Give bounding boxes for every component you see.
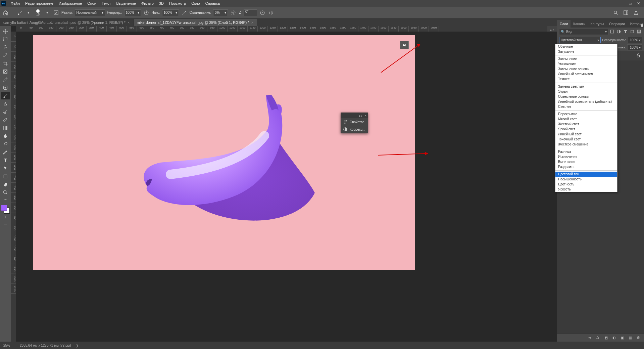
healing-brush-tool-icon[interactable] <box>1 84 10 91</box>
hand-tool-icon[interactable] <box>1 181 10 188</box>
menu-filter[interactable]: Фильтр <box>139 1 156 5</box>
close-icon[interactable]: × <box>364 114 366 118</box>
canvas-area[interactable]: AI <box>16 32 557 342</box>
blend-mode-option[interactable]: Жесткий свет <box>555 122 617 127</box>
blend-mode-option[interactable]: Точечный свет <box>555 137 617 142</box>
pressure-size-icon[interactable] <box>259 9 266 16</box>
shape-tool-icon[interactable] <box>1 173 10 180</box>
quick-mask-icon[interactable] <box>2 214 9 220</box>
magic-wand-tool-icon[interactable] <box>1 52 10 59</box>
angle-input[interactable]: 0° <box>244 9 257 16</box>
dodge-tool-icon[interactable] <box>1 140 10 148</box>
blend-mode-option[interactable]: Экран <box>555 89 617 94</box>
link-layers-icon[interactable]: ⇔ <box>588 336 593 340</box>
blend-mode-option[interactable]: Яркий свет <box>555 127 617 132</box>
filter-shape-icon[interactable] <box>630 29 635 35</box>
blend-mode-option[interactable]: Линейный осветлитель (добавить) <box>555 99 617 104</box>
opacity-input[interactable]: 100%▾ <box>627 37 642 43</box>
blend-mode-option[interactable]: Осветление основы <box>555 94 617 99</box>
flow-input[interactable]: 100%▾ <box>162 9 179 16</box>
adjustment-layer-icon[interactable]: ◐ <box>612 336 617 340</box>
pen-tool-icon[interactable] <box>1 148 10 156</box>
menu-select[interactable]: Выделение <box>114 1 139 5</box>
blend-mode-option[interactable]: Разделить <box>555 164 617 169</box>
symmetry-icon[interactable] <box>268 9 275 16</box>
filter-type-icon[interactable] <box>623 29 629 35</box>
menu-layers[interactable]: Слои <box>85 1 99 5</box>
minimize-icon[interactable]: — <box>620 1 625 6</box>
blend-mode-dropdown[interactable]: ОбычныеЗатуханиеЗатемнениеУмножениеЗатем… <box>555 44 617 192</box>
crop-tool-icon[interactable] <box>1 60 10 67</box>
brush-preset[interactable]: 15 <box>34 9 42 17</box>
blend-mode-select[interactable]: Цветовой тон ▾ <box>559 37 601 43</box>
blend-mode-option[interactable]: Цветовой тон <box>555 172 617 177</box>
blend-mode-option[interactable]: Разница <box>555 149 617 154</box>
fill-input[interactable]: 100%▾ <box>627 44 642 50</box>
blend-mode-option[interactable]: Затемнение основы <box>555 67 617 72</box>
filter-smart-icon[interactable] <box>637 29 642 35</box>
layer-mask-icon[interactable]: ◩ <box>604 336 609 340</box>
edit-toolbar-icon[interactable]: ⋯ <box>2 197 9 202</box>
menu-window[interactable]: Окно <box>189 1 203 5</box>
blend-mode-option[interactable]: Линейный свет <box>555 132 617 137</box>
blend-mode-option[interactable]: Жесткое смешение <box>555 142 617 147</box>
maximize-icon[interactable]: ▭ <box>628 1 633 6</box>
foreground-color[interactable] <box>1 205 7 211</box>
blend-mode-select[interactable]: Нормальный▾ <box>75 9 105 16</box>
search-icon[interactable] <box>612 9 619 16</box>
menu-view[interactable]: Просмотр <box>166 1 189 5</box>
color-swatches[interactable] <box>1 205 10 214</box>
brush-tool-icon[interactable] <box>1 92 10 99</box>
opacity-input[interactable]: 100%▾ <box>124 9 141 16</box>
eraser-tool-icon[interactable] <box>1 116 10 124</box>
menu-file[interactable]: Файл <box>8 1 22 5</box>
blend-mode-option[interactable]: Темнее <box>555 77 617 82</box>
tab-layers[interactable]: Слои <box>557 20 571 28</box>
new-layer-icon[interactable]: ▦ <box>629 336 633 340</box>
type-tool-icon[interactable] <box>1 157 10 164</box>
close-icon[interactable]: ✕ <box>636 1 641 6</box>
panel-header[interactable]: ▸▸ × <box>341 113 368 118</box>
move-tool-icon[interactable] <box>1 28 10 35</box>
path-selection-tool-icon[interactable] <box>1 165 10 172</box>
group-icon[interactable]: ▣ <box>621 336 625 340</box>
menu-type[interactable]: Текст <box>99 1 114 5</box>
tab-actions[interactable]: Операции <box>606 20 628 28</box>
blend-mode-option[interactable]: Замена светлым <box>555 84 617 89</box>
document-info[interactable]: 2055.64 мм x 1270.71 мм (72 ppi) <box>20 344 71 347</box>
adjustments-tab[interactable]: Коррекц... <box>341 126 368 133</box>
close-icon[interactable]: × <box>128 20 130 25</box>
workspace-icon[interactable] <box>623 9 629 16</box>
blend-mode-option[interactable]: Затухание <box>555 49 617 54</box>
properties-tab[interactable]: Свойства <box>341 118 368 126</box>
chevron-right-icon[interactable]: ❯ <box>76 344 79 347</box>
collapse-icon[interactable]: ▸▸ <box>359 114 362 118</box>
filter-adjustment-icon[interactable] <box>616 29 622 35</box>
menu-edit[interactable]: Редактирование <box>22 1 56 5</box>
chevron-down-icon[interactable]: ▾ <box>44 9 51 16</box>
brush-tool-icon[interactable] <box>16 9 23 16</box>
blend-mode-option[interactable]: Затемнение <box>555 56 617 61</box>
ruler-horizontal[interactable]: 0501001502002503003504004505005506006507… <box>16 26 557 32</box>
pressure-opacity-icon[interactable] <box>143 9 150 16</box>
delete-icon[interactable]: 🗑 <box>637 336 641 340</box>
blend-mode-option[interactable]: Яркость <box>555 187 617 192</box>
marquee-tool-icon[interactable] <box>1 36 10 43</box>
zoom-tool-icon[interactable] <box>1 189 10 196</box>
document-tab-2[interactable]: mike-dorner-sf_1ZDA1YFw-unsplash.jpg @ 2… <box>134 19 257 26</box>
gear-icon[interactable] <box>230 9 237 16</box>
chevron-down-icon[interactable]: ▾ <box>25 9 32 16</box>
blend-mode-option[interactable]: Насыщенность <box>555 177 617 182</box>
blend-mode-option[interactable]: Умножение <box>555 61 617 67</box>
gradient-tool-icon[interactable] <box>1 124 10 132</box>
airbrush-icon[interactable] <box>181 9 188 16</box>
filter-pixel-icon[interactable] <box>610 29 615 35</box>
blend-mode-option[interactable]: Мягкий свет <box>555 117 617 122</box>
canvas[interactable]: AI <box>33 35 415 270</box>
blend-mode-option[interactable]: Линейный затемнитель <box>555 72 617 77</box>
document-tab-1[interactable]: camylla-battani-AoqgGAqrLpU-unsplash.psd… <box>0 19 134 26</box>
layer-filter-select[interactable]: 🔍 Вид ▾ <box>559 29 608 35</box>
tab-channels[interactable]: Каналы <box>571 20 588 28</box>
blend-mode-option[interactable]: Перекрытие <box>555 112 617 117</box>
close-icon[interactable]: × <box>251 20 253 25</box>
